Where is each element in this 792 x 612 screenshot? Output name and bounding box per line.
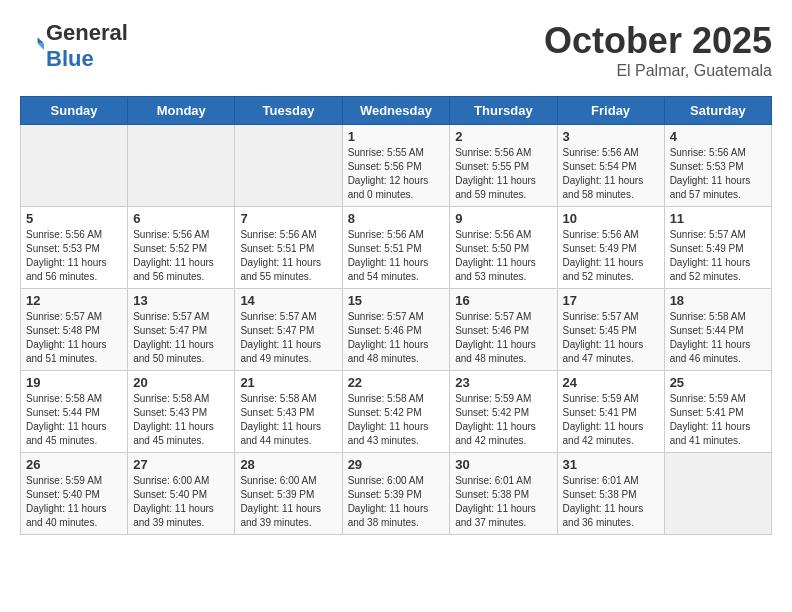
day-number: 31 <box>563 457 659 472</box>
day-number: 23 <box>455 375 551 390</box>
day-info: Sunrise: 5:58 AMSunset: 5:43 PMDaylight:… <box>240 392 336 448</box>
day-number: 29 <box>348 457 445 472</box>
calendar-cell: 13Sunrise: 5:57 AMSunset: 5:47 PMDayligh… <box>128 289 235 371</box>
day-number: 17 <box>563 293 659 308</box>
day-info: Sunrise: 5:56 AMSunset: 5:52 PMDaylight:… <box>133 228 229 284</box>
calendar-cell: 4Sunrise: 5:56 AMSunset: 5:53 PMDaylight… <box>664 125 771 207</box>
calendar-header-tuesday: Tuesday <box>235 97 342 125</box>
calendar-cell: 19Sunrise: 5:58 AMSunset: 5:44 PMDayligh… <box>21 371 128 453</box>
day-info: Sunrise: 5:55 AMSunset: 5:56 PMDaylight:… <box>348 146 445 202</box>
calendar-cell: 16Sunrise: 5:57 AMSunset: 5:46 PMDayligh… <box>450 289 557 371</box>
day-number: 19 <box>26 375 122 390</box>
day-number: 3 <box>563 129 659 144</box>
calendar-cell: 21Sunrise: 5:58 AMSunset: 5:43 PMDayligh… <box>235 371 342 453</box>
day-number: 5 <box>26 211 122 226</box>
calendar-header-friday: Friday <box>557 97 664 125</box>
day-number: 7 <box>240 211 336 226</box>
day-number: 30 <box>455 457 551 472</box>
calendar-week-5: 26Sunrise: 5:59 AMSunset: 5:40 PMDayligh… <box>21 453 772 535</box>
day-info: Sunrise: 5:59 AMSunset: 5:42 PMDaylight:… <box>455 392 551 448</box>
calendar-cell: 11Sunrise: 5:57 AMSunset: 5:49 PMDayligh… <box>664 207 771 289</box>
calendar-table: SundayMondayTuesdayWednesdayThursdayFrid… <box>20 96 772 535</box>
day-info: Sunrise: 5:56 AMSunset: 5:54 PMDaylight:… <box>563 146 659 202</box>
day-info: Sunrise: 5:57 AMSunset: 5:49 PMDaylight:… <box>670 228 766 284</box>
location: El Palmar, Guatemala <box>544 62 772 80</box>
calendar-header-sunday: Sunday <box>21 97 128 125</box>
calendar-cell: 3Sunrise: 5:56 AMSunset: 5:54 PMDaylight… <box>557 125 664 207</box>
calendar-cell: 27Sunrise: 6:00 AMSunset: 5:40 PMDayligh… <box>128 453 235 535</box>
calendar-cell: 17Sunrise: 5:57 AMSunset: 5:45 PMDayligh… <box>557 289 664 371</box>
day-info: Sunrise: 5:57 AMSunset: 5:46 PMDaylight:… <box>348 310 445 366</box>
day-number: 9 <box>455 211 551 226</box>
calendar-cell: 22Sunrise: 5:58 AMSunset: 5:42 PMDayligh… <box>342 371 450 453</box>
day-info: Sunrise: 5:57 AMSunset: 5:47 PMDaylight:… <box>240 310 336 366</box>
day-info: Sunrise: 5:56 AMSunset: 5:51 PMDaylight:… <box>348 228 445 284</box>
calendar-cell: 18Sunrise: 5:58 AMSunset: 5:44 PMDayligh… <box>664 289 771 371</box>
day-info: Sunrise: 5:58 AMSunset: 5:44 PMDaylight:… <box>670 310 766 366</box>
day-number: 27 <box>133 457 229 472</box>
day-number: 13 <box>133 293 229 308</box>
day-info: Sunrise: 5:59 AMSunset: 5:40 PMDaylight:… <box>26 474 122 530</box>
calendar-header-wednesday: Wednesday <box>342 97 450 125</box>
calendar-cell: 30Sunrise: 6:01 AMSunset: 5:38 PMDayligh… <box>450 453 557 535</box>
calendar-cell: 14Sunrise: 5:57 AMSunset: 5:47 PMDayligh… <box>235 289 342 371</box>
day-info: Sunrise: 6:01 AMSunset: 5:38 PMDaylight:… <box>455 474 551 530</box>
day-info: Sunrise: 5:58 AMSunset: 5:44 PMDaylight:… <box>26 392 122 448</box>
day-info: Sunrise: 5:58 AMSunset: 5:43 PMDaylight:… <box>133 392 229 448</box>
title-block: October 2025 El Palmar, Guatemala <box>544 20 772 80</box>
calendar-cell: 28Sunrise: 6:00 AMSunset: 5:39 PMDayligh… <box>235 453 342 535</box>
calendar-header-saturday: Saturday <box>664 97 771 125</box>
day-number: 21 <box>240 375 336 390</box>
day-info: Sunrise: 5:56 AMSunset: 5:50 PMDaylight:… <box>455 228 551 284</box>
day-number: 8 <box>348 211 445 226</box>
day-number: 16 <box>455 293 551 308</box>
calendar-cell: 26Sunrise: 5:59 AMSunset: 5:40 PMDayligh… <box>21 453 128 535</box>
calendar-cell: 25Sunrise: 5:59 AMSunset: 5:41 PMDayligh… <box>664 371 771 453</box>
day-number: 4 <box>670 129 766 144</box>
calendar-cell: 15Sunrise: 5:57 AMSunset: 5:46 PMDayligh… <box>342 289 450 371</box>
calendar-cell: 8Sunrise: 5:56 AMSunset: 5:51 PMDaylight… <box>342 207 450 289</box>
day-info: Sunrise: 5:59 AMSunset: 5:41 PMDaylight:… <box>563 392 659 448</box>
calendar-cell: 23Sunrise: 5:59 AMSunset: 5:42 PMDayligh… <box>450 371 557 453</box>
day-number: 22 <box>348 375 445 390</box>
calendar-cell <box>128 125 235 207</box>
day-number: 6 <box>133 211 229 226</box>
day-number: 10 <box>563 211 659 226</box>
month-title: October 2025 <box>544 20 772 62</box>
day-number: 12 <box>26 293 122 308</box>
day-info: Sunrise: 5:56 AMSunset: 5:53 PMDaylight:… <box>670 146 766 202</box>
calendar-cell: 2Sunrise: 5:56 AMSunset: 5:55 PMDaylight… <box>450 125 557 207</box>
calendar-cell: 31Sunrise: 6:01 AMSunset: 5:38 PMDayligh… <box>557 453 664 535</box>
day-number: 18 <box>670 293 766 308</box>
calendar-week-2: 5Sunrise: 5:56 AMSunset: 5:53 PMDaylight… <box>21 207 772 289</box>
day-info: Sunrise: 5:58 AMSunset: 5:42 PMDaylight:… <box>348 392 445 448</box>
page-header: General Blue October 2025 El Palmar, Gua… <box>20 20 772 80</box>
calendar-cell <box>664 453 771 535</box>
day-info: Sunrise: 5:57 AMSunset: 5:47 PMDaylight:… <box>133 310 229 366</box>
calendar-header-thursday: Thursday <box>450 97 557 125</box>
calendar-header-row: SundayMondayTuesdayWednesdayThursdayFrid… <box>21 97 772 125</box>
day-info: Sunrise: 5:56 AMSunset: 5:55 PMDaylight:… <box>455 146 551 202</box>
day-info: Sunrise: 6:00 AMSunset: 5:39 PMDaylight:… <box>240 474 336 530</box>
day-number: 11 <box>670 211 766 226</box>
calendar-week-3: 12Sunrise: 5:57 AMSunset: 5:48 PMDayligh… <box>21 289 772 371</box>
calendar-cell: 29Sunrise: 6:00 AMSunset: 5:39 PMDayligh… <box>342 453 450 535</box>
logo-icon <box>20 34 44 58</box>
day-info: Sunrise: 6:01 AMSunset: 5:38 PMDaylight:… <box>563 474 659 530</box>
calendar-cell: 20Sunrise: 5:58 AMSunset: 5:43 PMDayligh… <box>128 371 235 453</box>
calendar-cell: 10Sunrise: 5:56 AMSunset: 5:49 PMDayligh… <box>557 207 664 289</box>
day-info: Sunrise: 5:57 AMSunset: 5:46 PMDaylight:… <box>455 310 551 366</box>
logo-text: General Blue <box>46 20 128 73</box>
day-info: Sunrise: 5:56 AMSunset: 5:53 PMDaylight:… <box>26 228 122 284</box>
logo-general: General <box>46 20 128 45</box>
day-info: Sunrise: 5:57 AMSunset: 5:45 PMDaylight:… <box>563 310 659 366</box>
day-info: Sunrise: 5:56 AMSunset: 5:49 PMDaylight:… <box>563 228 659 284</box>
calendar-cell: 1Sunrise: 5:55 AMSunset: 5:56 PMDaylight… <box>342 125 450 207</box>
calendar-week-1: 1Sunrise: 5:55 AMSunset: 5:56 PMDaylight… <box>21 125 772 207</box>
day-number: 26 <box>26 457 122 472</box>
day-number: 20 <box>133 375 229 390</box>
calendar-cell <box>21 125 128 207</box>
logo-blue: Blue <box>46 46 94 71</box>
day-number: 2 <box>455 129 551 144</box>
day-info: Sunrise: 6:00 AMSunset: 5:40 PMDaylight:… <box>133 474 229 530</box>
